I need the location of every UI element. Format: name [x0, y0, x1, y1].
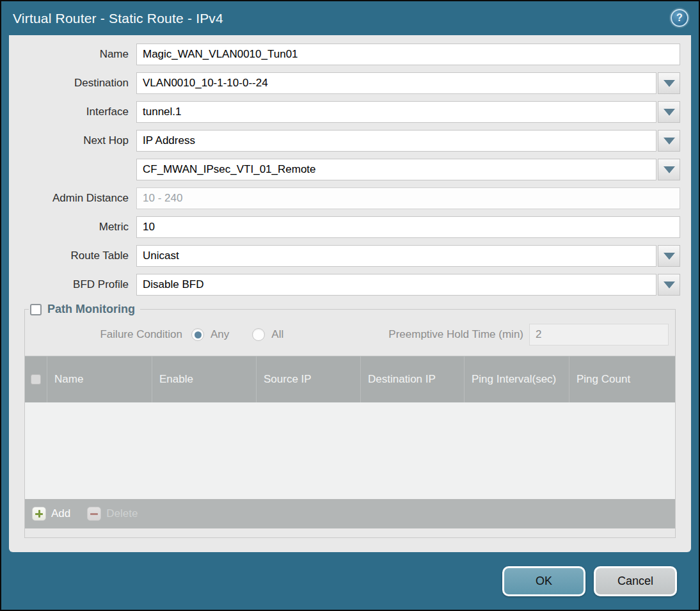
column-header-enable: Enable [152, 356, 257, 402]
failure-condition-all-label: All [271, 328, 283, 341]
form-row-destination: Destination [9, 72, 680, 94]
form-row-bfd-profile: BFD Profile [9, 274, 680, 296]
delete-button[interactable]: Delete [87, 507, 138, 521]
column-header-ping-count: Ping Count [569, 356, 675, 402]
select-all-header-cell [25, 356, 47, 402]
next-hop-address-input[interactable] [136, 159, 656, 180]
table-toolbar: Add Delete [25, 499, 675, 528]
add-button-label: Add [51, 507, 70, 520]
cancel-button[interactable]: Cancel [594, 566, 677, 596]
path-monitoring-table: Name Enable Source IP Destination IP Pin… [25, 356, 675, 528]
route-table-dropdown-button[interactable] [658, 245, 680, 267]
bfd-profile-input[interactable] [136, 274, 656, 296]
next-hop-address-dropdown-button[interactable] [658, 159, 680, 180]
name-label: Name [9, 48, 136, 61]
column-header-destination-ip: Destination IP [361, 356, 465, 402]
failure-condition-row: Failure Condition Any All Preemptive Hol… [25, 324, 669, 345]
form-row-metric: Metric [9, 216, 680, 238]
dialog-body: Name Destination Interface Next Hop [9, 35, 691, 552]
destination-input[interactable] [136, 72, 656, 94]
static-route-dialog: Virtual Router - Static Route - IPv4 ? N… [0, 0, 700, 611]
table-body-empty [25, 402, 675, 499]
route-table-input[interactable] [136, 245, 656, 267]
preemptive-hold-time-input[interactable] [529, 324, 669, 345]
form-row-next-hop-address [9, 159, 680, 180]
route-table-label: Route Table [9, 250, 136, 262]
next-hop-type-dropdown-button[interactable] [658, 130, 680, 152]
name-input[interactable] [136, 44, 680, 65]
interface-label: Interface [9, 106, 136, 118]
destination-dropdown-button[interactable] [658, 72, 680, 94]
form-row-route-table: Route Table [9, 245, 680, 267]
failure-condition-any-radio[interactable] [191, 328, 204, 341]
dialog-footer: OK Cancel [1, 552, 699, 610]
ok-button[interactable]: OK [502, 566, 585, 596]
admin-distance-label: Admin Distance [9, 192, 136, 205]
select-all-checkbox[interactable] [31, 374, 41, 385]
add-button[interactable]: Add [32, 507, 70, 521]
plus-icon [32, 507, 46, 521]
column-header-ping-interval: Ping Interval(sec) [465, 356, 569, 402]
dialog-titlebar: Virtual Router - Static Route - IPv4 ? [1, 1, 699, 35]
bfd-profile-label: BFD Profile [9, 278, 136, 291]
help-icon[interactable]: ? [671, 9, 688, 27]
next-hop-label: Next Hop [9, 134, 136, 147]
path-monitoring-legend: Path Monitoring [29, 303, 140, 316]
preemptive-hold-time-label: Preemptive Hold Time (min) [388, 328, 523, 341]
table-header-row: Name Enable Source IP Destination IP Pin… [25, 356, 675, 402]
metric-label: Metric [9, 221, 136, 234]
failure-condition-any-label: Any [211, 328, 229, 341]
column-header-name: Name [47, 356, 152, 402]
failure-condition-all-radio[interactable] [252, 328, 265, 341]
dialog-title: Virtual Router - Static Route - IPv4 [13, 11, 223, 26]
delete-button-label: Delete [106, 507, 138, 520]
form-row-interface: Interface [9, 101, 680, 123]
path-monitoring-section: Path Monitoring Failure Condition Any Al… [24, 303, 676, 538]
path-monitoring-checkbox[interactable] [30, 304, 42, 315]
minus-icon [87, 507, 101, 521]
destination-label: Destination [9, 77, 136, 90]
bfd-profile-dropdown-button[interactable] [658, 274, 680, 296]
failure-condition-label: Failure Condition [25, 328, 191, 341]
interface-input[interactable] [136, 101, 656, 123]
metric-input[interactable] [136, 216, 680, 238]
form-row-admin-distance: Admin Distance [9, 187, 680, 209]
column-header-source-ip: Source IP [257, 356, 361, 402]
next-hop-type-input[interactable] [136, 130, 656, 152]
interface-dropdown-button[interactable] [658, 101, 680, 123]
form-row-name: Name [9, 44, 680, 65]
path-monitoring-title: Path Monitoring [47, 303, 135, 316]
form-row-next-hop: Next Hop [9, 130, 680, 152]
admin-distance-input[interactable] [136, 187, 680, 209]
